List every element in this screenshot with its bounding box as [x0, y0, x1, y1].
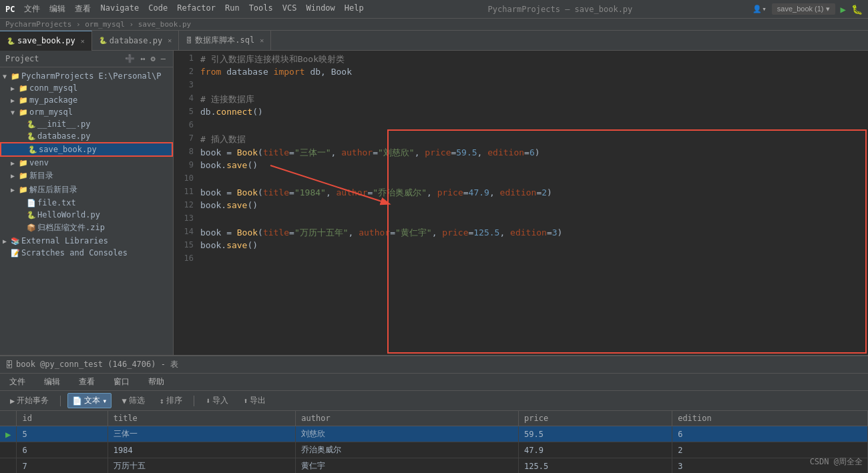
tree-item-new-dir[interactable]: ▶ 📁 新目录: [0, 169, 173, 183]
line-num: 3: [174, 80, 200, 89]
col-edition[interactable]: edition: [672, 411, 868, 426]
arrow-spacer: [19, 199, 25, 207]
menu-refactor[interactable]: Refactor: [173, 2, 220, 16]
code-line-14: 14 book = Book(title="万历十五年", author="黄仁…: [174, 227, 868, 240]
arrow-spacer: [19, 133, 25, 140]
dropdown-icon: ▾: [102, 396, 107, 406]
scratch-icon: 📝: [11, 249, 20, 258]
col-id[interactable]: id: [17, 411, 107, 426]
toolbar-begin-transaction[interactable]: ▶ 开始事务: [5, 393, 53, 408]
line-num: 7: [174, 133, 200, 143]
menu-file[interactable]: 文件: [20, 2, 44, 16]
tab-save-book[interactable]: 🐍 save_book.py ✕: [0, 31, 92, 51]
line-num: 13: [174, 213, 200, 223]
line-num: 16: [174, 254, 200, 263]
arrow-spacer: [19, 211, 25, 219]
tree-item-my-package[interactable]: ▶ 📁 my_package: [0, 94, 173, 106]
table-row[interactable]: 6 1984 乔治奥威尔 47.9 2: [0, 442, 868, 458]
tree-label: PycharmProjects E:\Personal\P: [21, 71, 162, 81]
menu-tools[interactable]: Tools: [245, 2, 277, 16]
cell-price: 125.5: [518, 458, 672, 474]
col-title[interactable]: title: [107, 411, 296, 426]
table-row[interactable]: 7 万历十五 黄仁宇 125.5 3: [0, 458, 868, 474]
tree-item-venv[interactable]: ▶ 📁 venv: [0, 157, 173, 169]
zip-icon: 📦: [27, 223, 36, 232]
tree-item-file-txt[interactable]: 📄 file.txt: [0, 197, 173, 209]
tab-close-icon[interactable]: ✕: [81, 37, 85, 45]
sidebar-sync-btn[interactable]: ↔: [138, 53, 147, 64]
menu-vcs[interactable]: VCS: [278, 2, 301, 16]
line-code: # 引入数据库连接模块和Book映射类: [200, 53, 868, 65]
data-table-area: id title author price edition ▶ 5 三体一 刘慈…: [0, 411, 868, 473]
col-price[interactable]: price: [518, 411, 672, 426]
tree-item-pycharmprojects[interactable]: ▼ 📁 PycharmProjects E:\Personal\P: [0, 70, 173, 82]
toolbar-import[interactable]: ⬇ 导入: [201, 393, 233, 408]
arrow-icon: ▶: [11, 159, 17, 167]
tab-sql[interactable]: 🗄 数据库脚本.sql ✕: [179, 31, 271, 51]
sidebar-minimize-btn[interactable]: —: [159, 53, 168, 64]
text-icon: 📄: [72, 396, 82, 406]
run-play-icon[interactable]: ▶: [841, 4, 846, 15]
sort-icon: ↕: [160, 396, 164, 406]
menu-edit[interactable]: 编辑: [45, 2, 69, 16]
toolbar-sort[interactable]: ↕ 排序: [155, 393, 187, 408]
line-num: 6: [174, 120, 200, 129]
editor-area[interactable]: 1 # 引入数据库连接模块和Book映射类 2 from database im…: [174, 51, 868, 355]
transaction-icon: ▶: [10, 396, 15, 406]
toolbar-filter[interactable]: ▼ 筛选: [117, 393, 149, 408]
bottom-panel-title: book @py_conn_test (146_4706) - 表: [16, 359, 178, 370]
code-line-5: 5 db.connect(): [174, 107, 868, 120]
toolbar-text-view[interactable]: 📄 文本 ▾: [67, 393, 112, 408]
project-label: Project: [5, 54, 39, 63]
tree-item-helloworld[interactable]: 🐍 HelloWorld.py: [0, 209, 173, 221]
tree-item-save-book[interactable]: 🐍 save_book.py: [0, 142, 173, 157]
line-code: book = Book(title="1984", author="乔治奥威尔"…: [200, 187, 868, 199]
profile-icon[interactable]: 👤▾: [752, 5, 767, 13]
db-menu-edit[interactable]: 编辑: [40, 375, 64, 389]
folder-icon: 📁: [19, 171, 28, 180]
tab-bar: 🐍 save_book.py ✕ 🐍 database.py ✕ 🗄 数据库脚本…: [0, 31, 868, 51]
arrow-spacer: [3, 250, 9, 257]
db-menu-view[interactable]: 查看: [75, 375, 99, 389]
tree-item-scratches[interactable]: 📝 Scratches and Consoles: [0, 247, 173, 259]
sidebar-add-btn[interactable]: ➕: [123, 53, 137, 64]
tab-db-close-icon[interactable]: ✕: [168, 37, 172, 44]
menu-window[interactable]: Window: [302, 2, 339, 16]
cell-price: 59.5: [518, 426, 672, 442]
run-button[interactable]: save_book (1) ▾: [772, 3, 835, 15]
tree-item-zip[interactable]: 📦 归档压缩文件.zip: [0, 221, 173, 235]
menu-run[interactable]: Run: [221, 2, 244, 16]
tab-db-label: database.py: [110, 36, 162, 45]
arrow-icon: ▶: [11, 97, 17, 104]
line-num: 15: [174, 240, 200, 250]
tree-item-extract-dir[interactable]: ▶ 📁 解压后新目录: [0, 183, 173, 197]
tab-database[interactable]: 🐍 database.py ✕: [92, 31, 180, 51]
tree-item-conn-mysql[interactable]: ▶ 📁 conn_mysql: [0, 82, 173, 94]
cell-title: 三体一: [107, 426, 296, 442]
tree-item-init[interactable]: 🐍 __init__.py: [0, 118, 173, 130]
tree-item-external-libs[interactable]: ▶ 📚 External Libraries: [0, 235, 173, 247]
code-line-15: 15 book.save(): [174, 240, 868, 254]
tree-item-database-py[interactable]: 🐍 database.py: [0, 130, 173, 142]
menu-view[interactable]: 查看: [71, 2, 95, 16]
tab-sql-close-icon[interactable]: ✕: [260, 37, 264, 44]
menu-code[interactable]: Code: [144, 2, 172, 16]
debug-icon[interactable]: 🐛: [851, 4, 863, 15]
db-menu-window[interactable]: 窗口: [110, 375, 134, 389]
folder-icon: 📁: [19, 185, 28, 194]
tree-label: 解压后新目录: [29, 184, 77, 195]
tree-item-orm-mysql[interactable]: ▼ 📁 orm_mysql: [0, 106, 173, 118]
menu-navigate[interactable]: Navigate: [96, 2, 143, 16]
bottom-panel: 🗄 book @py_conn_test (146_4706) - 表 文件 编…: [0, 355, 868, 473]
cell-title: 1984: [107, 442, 296, 458]
col-author[interactable]: author: [296, 411, 519, 426]
toolbar-export[interactable]: ⬆ 导出: [238, 393, 270, 408]
table-row[interactable]: ▶ 5 三体一 刘慈欣 59.5 6: [0, 426, 868, 442]
line-num: 2: [174, 67, 200, 76]
menu-help[interactable]: Help: [341, 2, 368, 16]
db-menu-file[interactable]: 文件: [5, 375, 29, 389]
title-bar: PC 文件 编辑 查看 Navigate Code Refactor Run T…: [0, 0, 868, 19]
db-menu-help[interactable]: 帮助: [144, 375, 168, 389]
tree-label: Scratches and Consoles: [21, 248, 128, 258]
sidebar-gear-btn[interactable]: ⚙: [149, 53, 158, 64]
